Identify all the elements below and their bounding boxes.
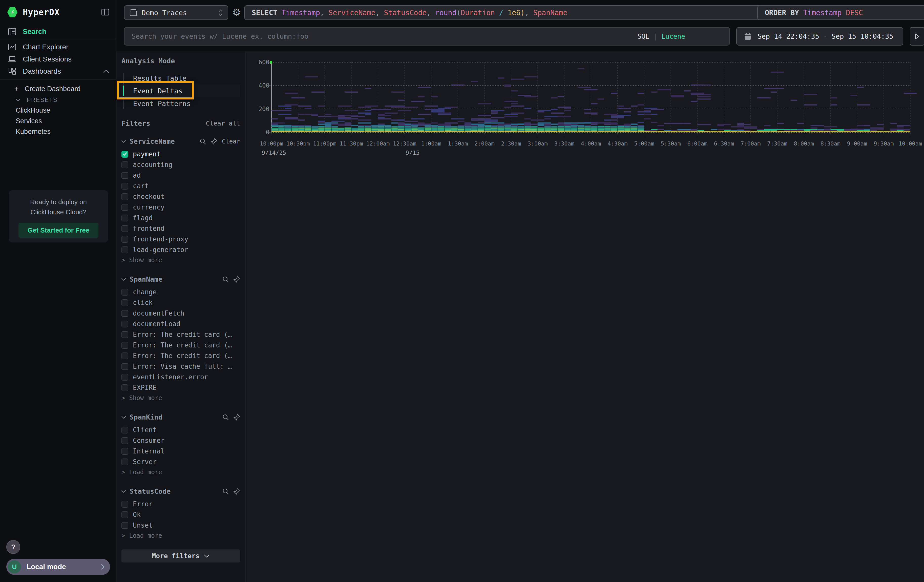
load-more-button[interactable]: >Load more	[121, 467, 240, 477]
checkbox[interactable]	[121, 427, 128, 434]
filter-section-title[interactable]: StatusCode	[130, 487, 171, 495]
filter-checkbox-row[interactable]: Unset	[121, 520, 240, 531]
checkbox[interactable]	[121, 162, 128, 168]
checkbox[interactable]	[121, 501, 128, 508]
chevron-down-icon[interactable]	[121, 140, 126, 143]
sidebar-item-client-sessions[interactable]: Client Sessions	[0, 53, 116, 65]
filter-section-title[interactable]: SpanKind	[130, 413, 162, 421]
order-by-input[interactable]: ORDER BY Timestamp DESC	[757, 5, 924, 20]
checkbox[interactable]	[121, 246, 128, 253]
collapse-sidebar-icon[interactable]	[101, 9, 109, 15]
checkbox[interactable]	[121, 458, 128, 465]
sidebar-item-dashboards[interactable]: Dashboards	[0, 65, 116, 77]
show-more-button[interactable]: >Show more	[121, 255, 240, 265]
source-settings-gear-icon[interactable]: ⚙	[231, 7, 243, 18]
filter-checkbox-row[interactable]: ad	[121, 170, 240, 181]
sidebar-preset-item[interactable]: Services	[0, 115, 116, 126]
filter-checkbox-row[interactable]: change	[121, 287, 240, 297]
analysis-mode-tab[interactable]: Results Table	[121, 72, 240, 84]
checkbox[interactable]	[121, 236, 128, 243]
checkbox[interactable]	[121, 289, 128, 295]
checkbox[interactable]	[121, 183, 128, 190]
checkbox[interactable]	[121, 193, 128, 200]
filter-checkbox-row[interactable]: documentLoad	[121, 318, 240, 329]
analysis-mode-tab[interactable]: Event Patterns	[121, 97, 240, 110]
sidebar-preset-item[interactable]: Kubernetes	[0, 126, 116, 137]
checkbox[interactable]	[121, 331, 128, 338]
filter-checkbox-row[interactable]: frontend-proxy	[121, 234, 240, 244]
filter-search-icon[interactable]	[223, 414, 229, 420]
checkbox[interactable]	[121, 353, 128, 359]
show-more-button[interactable]: >Show more	[121, 393, 240, 403]
filter-checkbox-row[interactable]: checkout	[121, 191, 240, 202]
load-more-button[interactable]: >Load more	[121, 531, 240, 541]
filter-checkbox-row[interactable]: load-generator	[121, 244, 240, 255]
checkbox[interactable]	[121, 522, 128, 529]
checkbox[interactable]	[121, 151, 128, 158]
filter-clear-button[interactable]: Clear	[222, 138, 240, 145]
checkbox[interactable]	[121, 214, 128, 221]
checkbox[interactable]	[121, 437, 128, 444]
chevron-down-icon[interactable]	[121, 278, 126, 280]
chevron-down-icon[interactable]	[121, 416, 126, 419]
presets-toggle[interactable]: PRESETS	[0, 95, 116, 105]
heatmap-canvas[interactable]	[266, 61, 917, 137]
filter-search-icon[interactable]	[223, 488, 229, 495]
get-started-button[interactable]: Get Started for Free	[18, 223, 98, 238]
checkbox[interactable]	[121, 321, 128, 327]
pin-icon[interactable]	[211, 138, 217, 145]
filter-checkbox-row[interactable]: cart	[121, 181, 240, 191]
checkbox[interactable]	[121, 374, 128, 381]
filter-checkbox-row[interactable]: click	[121, 297, 240, 308]
filter-checkbox-row[interactable]: Error: The credit card (…	[121, 350, 240, 361]
filter-checkbox-row[interactable]: payment	[121, 149, 240, 160]
run-query-button[interactable]	[910, 27, 924, 46]
user-menu[interactable]: U Local mode	[6, 559, 110, 575]
pin-icon[interactable]	[234, 488, 240, 495]
filter-checkbox-row[interactable]: Error: The credit card (…	[121, 329, 240, 340]
checkbox[interactable]	[121, 204, 128, 211]
filter-checkbox-row[interactable]: eventListener.error	[121, 372, 240, 383]
filter-search-icon[interactable]	[223, 276, 229, 283]
checkbox[interactable]	[121, 448, 128, 455]
checkbox[interactable]	[121, 511, 128, 518]
date-range-picker[interactable]: Sep 14 22:04:35 - Sep 15 10:04:35	[736, 27, 903, 46]
filter-checkbox-row[interactable]: EXPIRE	[121, 383, 240, 393]
filter-checkbox-row[interactable]: currency	[121, 202, 240, 213]
event-search-input[interactable]	[132, 32, 722, 40]
checkbox[interactable]	[121, 225, 128, 232]
sidebar-item-chart-explorer[interactable]: Chart Explorer	[0, 41, 116, 53]
more-filters-button[interactable]: More filters	[121, 549, 240, 562]
filter-checkbox-row[interactable]: flagd	[121, 213, 240, 223]
pin-icon[interactable]	[234, 276, 240, 283]
filter-checkbox-row[interactable]: Error	[121, 499, 240, 509]
checkbox[interactable]	[121, 310, 128, 317]
filter-checkbox-row[interactable]: Server	[121, 457, 240, 467]
filter-checkbox-row[interactable]: documentFetch	[121, 308, 240, 318]
create-dashboard-button[interactable]: + Create Dashboard	[0, 83, 116, 95]
checkbox[interactable]	[121, 384, 128, 391]
data-source-select[interactable]: Demo Traces	[124, 5, 228, 20]
filter-checkbox-row[interactable]: frontend	[121, 223, 240, 234]
sidebar-item-search[interactable]: Search	[0, 24, 116, 39]
chevron-up-icon[interactable]	[104, 70, 109, 73]
checkbox[interactable]	[121, 363, 128, 370]
mode-lucene[interactable]: Lucene	[662, 33, 685, 40]
checkbox[interactable]	[121, 299, 128, 306]
filter-section-title[interactable]: ServiceName	[130, 137, 175, 145]
filter-checkbox-row[interactable]: Ok	[121, 509, 240, 520]
mode-sql[interactable]: SQL	[637, 33, 649, 40]
filter-checkbox-row[interactable]: Consumer	[121, 435, 240, 446]
clear-all-filters-button[interactable]: Clear all	[206, 120, 240, 127]
pin-icon[interactable]	[234, 414, 240, 420]
filter-search-icon[interactable]	[200, 138, 206, 145]
sidebar-preset-item[interactable]: ClickHouse	[0, 105, 116, 115]
filter-section-title[interactable]: SpanName	[130, 275, 162, 283]
filter-checkbox-row[interactable]: Internal	[121, 446, 240, 457]
filter-checkbox-row[interactable]: Client	[121, 425, 240, 435]
analysis-mode-tab[interactable]: Event Deltas	[121, 84, 240, 97]
filter-checkbox-row[interactable]: Error: Visa cache full: …	[121, 361, 240, 372]
filter-checkbox-row[interactable]: accounting	[121, 160, 240, 170]
checkbox[interactable]	[121, 172, 128, 179]
filter-checkbox-row[interactable]: Error: The credit card (…	[121, 340, 240, 350]
